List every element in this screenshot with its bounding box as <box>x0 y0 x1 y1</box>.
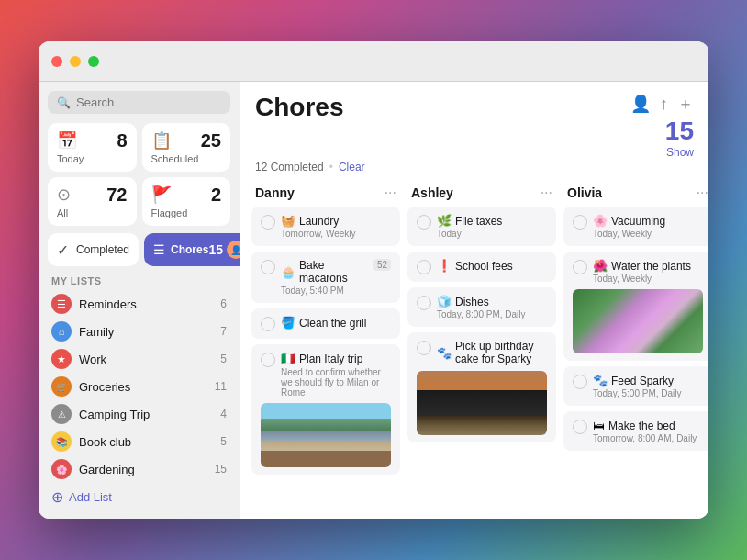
search-bar[interactable]: 🔍 <box>48 91 230 114</box>
work-count: 5 <box>220 353 227 365</box>
grill-title: Clean the grill <box>299 317 366 330</box>
task-laundry[interactable]: 🧺 Laundry Tomorrow, Weekly <box>251 207 400 246</box>
plants-emoji: 🌺 <box>593 259 608 273</box>
column-danny-header: Danny ··· <box>248 181 404 207</box>
chores-card[interactable]: ☰ Chores 15 👤 <box>144 233 240 266</box>
grill-checkbox[interactable] <box>261 317 275 331</box>
add-list-button[interactable]: ⊕ Add List <box>39 485 240 510</box>
sidebar-item-work[interactable]: ★ Work 5 <box>39 345 240 373</box>
fees-checkbox[interactable] <box>417 260 431 274</box>
bookclub-name: Book club <box>79 435 213 449</box>
flower-image <box>573 289 703 353</box>
bed-emoji: 🛏 <box>593 419 605 432</box>
task-dishes[interactable]: 🧊 Dishes Today, 8:00 PM, Daily <box>407 287 556 327</box>
bed-checkbox[interactable] <box>573 420 587 434</box>
task-macarons[interactable]: 🧁 Bake macarons 52 Today, 5:40 PM <box>251 252 400 303</box>
task-make-bed[interactable]: 🛏 Make the bed Tomorrow, 8:00 AM, Daily <box>563 411 708 451</box>
task-italy[interactable]: 🇮🇹 Plan Italy trip Need to confirm wheth… <box>251 344 400 475</box>
sidebar-item-groceries[interactable]: 🛒 Groceries 11 <box>39 373 240 400</box>
column-danny-more[interactable]: ··· <box>385 185 396 201</box>
flagged-label: Flagged <box>151 207 222 218</box>
chores-right: 15 👤 <box>208 241 240 259</box>
laundry-checkbox[interactable] <box>261 215 275 230</box>
maximize-button[interactable] <box>88 56 99 67</box>
sidebar-item-bookclub[interactable]: 📚 Book club 5 <box>39 428 240 455</box>
sidebar-item-reminders[interactable]: ☰ Reminders 6 <box>39 290 240 318</box>
flagged-smart-list[interactable]: 🚩 2 Flagged <box>142 177 231 226</box>
smart-lists: 📅 8 Today 📋 25 Scheduled ⊙ 72 <box>39 123 240 226</box>
dishes-checkbox[interactable] <box>417 296 431 310</box>
plants-checkbox[interactable] <box>573 260 587 274</box>
macarons-title: Bake macarons <box>299 259 370 285</box>
feed-emoji: 🐾 <box>593 374 608 387</box>
column-olivia-more[interactable]: ··· <box>697 185 708 201</box>
gardening-name: Gardening <box>79 463 207 476</box>
column-ashley-more[interactable]: ··· <box>541 185 552 201</box>
today-label: Today <box>57 153 128 164</box>
content-area: Chores 👤 ↑ ＋ 15 Show 12 Completed • <box>240 82 708 519</box>
groceries-count: 11 <box>215 380 227 393</box>
show-link[interactable]: Show <box>630 146 694 159</box>
today-count: 8 <box>117 130 127 151</box>
search-icon: 🔍 <box>57 96 71 109</box>
sidebar-item-family[interactable]: ⌂ Family 7 <box>39 318 240 345</box>
task-plants[interactable]: 🌺 Water the plants Today, Weekly <box>563 252 708 361</box>
taxes-emoji: 🌿 <box>437 214 452 228</box>
gardening-icon: 🌸 <box>51 459 72 479</box>
bed-title: Make the bed <box>608 420 675 432</box>
task-sparky-cake[interactable]: 🐾 Pick up birthday cake for Sparky <box>407 332 556 442</box>
close-button[interactable] <box>51 56 62 67</box>
fees-title: School fees <box>455 260 513 273</box>
add-list-icon: ⊕ <box>51 488 63 506</box>
person-icon[interactable]: 👤 <box>630 94 651 114</box>
chores-card-label: Chores <box>171 243 208 256</box>
search-input[interactable] <box>76 95 221 109</box>
task-vacuuming[interactable]: 🌸 Vacuuming Today, Weekly <box>563 207 708 246</box>
column-ashley-tasks: 🌿 File taxes Today <box>404 207 560 519</box>
column-olivia-header: Olivia ··· <box>560 181 708 207</box>
content-header: Chores 👤 ↑ ＋ 15 Show <box>240 82 708 159</box>
task-fees[interactable]: ❗ School fees <box>407 252 556 282</box>
minimize-button[interactable] <box>70 56 81 67</box>
italy-title: Plan Italy trip <box>299 353 362 365</box>
vacuuming-title: Vacuuming <box>611 215 665 228</box>
completed-card[interactable]: ✓ Completed <box>48 233 139 266</box>
laundry-subtitle: Tomorrow, Weekly <box>281 229 391 239</box>
scheduled-smart-list[interactable]: 📋 25 Scheduled <box>142 123 231 172</box>
share-icon[interactable]: ↑ <box>660 95 668 114</box>
column-olivia-name: Olivia <box>567 185 602 200</box>
dog-image <box>417 371 547 435</box>
macarons-badge: 52 <box>374 259 391 271</box>
macarons-checkbox[interactable] <box>261 260 275 274</box>
taxes-checkbox[interactable] <box>417 215 431 230</box>
scheduled-label: Scheduled <box>151 153 222 164</box>
task-taxes[interactable]: 🌿 File taxes Today <box>407 207 556 246</box>
sidebar-item-gardening[interactable]: 🌸 Gardening 15 <box>39 455 240 483</box>
column-danny: Danny ··· 🧺 Laundry <box>248 181 404 519</box>
task-grill[interactable]: 🪣 Clean the grill <box>251 308 400 339</box>
add-icon[interactable]: ＋ <box>677 93 694 115</box>
groceries-icon: 🛒 <box>51 376 72 397</box>
completed-info: 12 Completed • Clear <box>240 159 708 181</box>
completed-icon: ✓ <box>57 241 69 259</box>
laundry-emoji: 🧺 <box>281 214 295 228</box>
today-smart-list[interactable]: 📅 8 Today <box>48 123 137 172</box>
vacuuming-checkbox[interactable] <box>573 215 587 230</box>
gardening-count: 15 <box>215 463 227 476</box>
task-feed-sparky[interactable]: 🐾 Feed Sparky Today, 5:00 PM, Daily <box>563 366 708 406</box>
sidebar-item-camping[interactable]: ⚠ Camping Trip 4 <box>39 400 240 428</box>
italy-checkbox[interactable] <box>261 353 275 367</box>
feed-checkbox[interactable] <box>573 375 587 389</box>
clear-button[interactable]: Clear <box>339 161 365 174</box>
camping-icon: ⚠ <box>51 404 72 424</box>
cake-checkbox[interactable] <box>417 341 431 355</box>
completed-count-text: 12 Completed <box>255 161 324 174</box>
scheduled-count: 25 <box>201 130 221 151</box>
all-smart-list[interactable]: ⊙ 72 All <box>48 177 137 226</box>
family-name: Family <box>79 325 213 339</box>
camping-count: 4 <box>220 408 227 420</box>
taxes-subtitle: Today <box>437 229 547 239</box>
bookclub-count: 5 <box>220 435 227 448</box>
work-name: Work <box>79 353 213 366</box>
all-count: 72 <box>106 185 127 206</box>
